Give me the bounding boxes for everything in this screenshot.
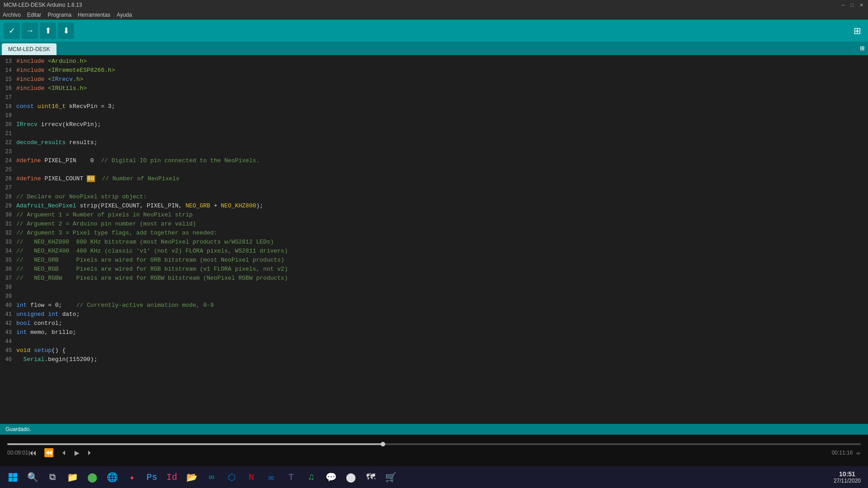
- menu-archivo[interactable]: Archivo: [3, 12, 21, 18]
- code-line-35: 35 // NEO_GRB Pixels are wired for GRB b…: [0, 256, 868, 265]
- code-line-45: 45 void setup() {: [0, 346, 868, 355]
- code-container[interactable]: 13 #include <Arduino.h> 14 #include <IRr…: [0, 55, 868, 424]
- code-line-19: 19: [0, 111, 868, 120]
- restore-button[interactable]: □: [849, 2, 855, 8]
- teams-button[interactable]: T: [282, 468, 300, 486]
- code-line-38: 38: [0, 283, 868, 292]
- pen-icon[interactable]: ✏: [856, 448, 861, 457]
- code-line-17: 17: [0, 93, 868, 102]
- code-line-32: 32 // Argument 3 = Pixel type flags, add…: [0, 229, 868, 238]
- tab-mcm-led-desk[interactable]: MCM-LED-DESK: [2, 43, 57, 55]
- upload-button[interactable]: →: [22, 23, 38, 39]
- video-step-back-button[interactable]: ⏴: [61, 449, 67, 456]
- tab-serial-icon[interactable]: ⊞: [860, 44, 864, 53]
- debug-button[interactable]: ⬆: [40, 23, 56, 39]
- chrome-button[interactable]: ⬤: [83, 468, 101, 486]
- code-line-37: 37 // NEO_RGBW Pixels are wired for RGBW…: [0, 274, 868, 283]
- status-text: Guardado.: [5, 426, 31, 432]
- close-button[interactable]: ✕: [858, 2, 864, 8]
- minimize-button[interactable]: ─: [840, 2, 846, 8]
- code-line-39: 39: [0, 292, 868, 301]
- time-current: 00:09:01: [7, 450, 28, 456]
- time-total: 00:11:16: [832, 450, 853, 456]
- code-line-33: 33 // NEO_KHZ800 800 KHz bitstream (most…: [0, 238, 868, 247]
- code-line-26: 26 #define PIXEL_COUNT 80 // Number of N…: [0, 174, 868, 183]
- svg-rect-1: [13, 473, 17, 477]
- menu-bar: Archivo Editar Programa Herramientas Ayu…: [0, 10, 868, 20]
- verify-button[interactable]: ✓: [4, 23, 20, 39]
- toolbar: ✓ → ⬆ ⬇ ⊞: [0, 20, 868, 42]
- code-editor: 13 #include <Arduino.h> 14 #include <IRr…: [0, 55, 868, 424]
- menu-programa[interactable]: Programa: [47, 12, 71, 18]
- arduino-button[interactable]: ∞: [203, 468, 221, 486]
- code-line-15: 15 #include <IRrecv.h>: [0, 75, 868, 84]
- store-button[interactable]: 🛒: [382, 468, 400, 486]
- code-line-27: 27: [0, 183, 868, 192]
- start-button[interactable]: [4, 468, 22, 486]
- code-line-13: 13 #include <Arduino.h>: [0, 57, 868, 66]
- code-line-41: 41 unsigned int dato;: [0, 310, 868, 319]
- menu-ayuda[interactable]: Ayuda: [117, 12, 132, 18]
- code-line-21: 21: [0, 129, 868, 138]
- video-bar: 00:09:01 ⏮ ⏪ ⏴ ▶ ⏵ 00:11:16 ✏: [0, 435, 868, 466]
- vscode-button[interactable]: ⬡: [222, 468, 241, 486]
- code-line-29: 29 Adafruit_NeoPixel strip(PIXEL_COUNT, …: [0, 202, 868, 211]
- code-line-22: 22 decode_results results;: [0, 138, 868, 147]
- netflix-button[interactable]: N: [242, 468, 260, 486]
- menu-herramientas[interactable]: Herramientas: [78, 12, 110, 18]
- code-line-18: 18 const uint16_t kRecvPin = 3;: [0, 102, 868, 111]
- clock-date: 27/11/2020: [834, 478, 861, 484]
- video-play-button[interactable]: ▶: [75, 448, 80, 458]
- code-line-44: 44: [0, 337, 868, 346]
- code-line-24: 24 #define PIXEL_PIN 0 // Digital IO pin…: [0, 156, 868, 165]
- code-line-25: 25: [0, 165, 868, 174]
- code-line-16: 16 #include <IRUtils.h>: [0, 84, 868, 93]
- whatsapp-button[interactable]: 💬: [322, 468, 340, 486]
- maps-button[interactable]: 🗺: [362, 468, 380, 486]
- video-step-forward-button[interactable]: ⏵: [87, 449, 93, 456]
- menu-editar[interactable]: Editar: [27, 12, 41, 18]
- code-line-34: 34 // NEO_KHZ400 400 KHz (classic 'v1' (…: [0, 247, 868, 256]
- code-line-42: 42 bool control;: [0, 319, 868, 328]
- clock-time: 10:51: [834, 470, 861, 478]
- search-button[interactable]: 🔍: [24, 468, 42, 486]
- photoshop-button[interactable]: Ps: [143, 468, 161, 486]
- progress-fill: [7, 443, 383, 445]
- taskbar-time-display: 10:51 27/11/2020: [834, 470, 864, 484]
- indesign-button[interactable]: Id: [163, 468, 181, 486]
- code-line-40: 40 int flow = 0; // Currently-active ani…: [0, 301, 868, 310]
- window-title: MCM-LED-DESK Arduino 1.8.13: [4, 2, 82, 8]
- code-line-23: 23: [0, 147, 868, 156]
- title-bar-controls: ─ □ ✕: [840, 2, 864, 8]
- files-button[interactable]: 📂: [183, 468, 201, 486]
- code-line-30: 30 // Argument 1 = Number of pixels in N…: [0, 211, 868, 220]
- code-line-43: 43 int memo, brillo;: [0, 328, 868, 337]
- code-line-31: 31 // Argument 2 = Arduino pin number (m…: [0, 220, 868, 229]
- video-rewind-button[interactable]: ⏪: [44, 448, 54, 458]
- svg-rect-2: [9, 478, 13, 482]
- progress-bar[interactable]: [7, 443, 861, 445]
- code-line-14: 14 #include <IRremoteESP8266.h>: [0, 66, 868, 75]
- status-bar: Guardado.: [0, 424, 868, 435]
- progress-thumb[interactable]: [381, 442, 385, 446]
- outlook-button[interactable]: ✉: [262, 468, 280, 486]
- code-line-20: 20 IRrecv irrecv(kRecvPin);: [0, 120, 868, 129]
- title-bar: MCM-LED-DESK Arduino 1.8.13 ─ □ ✕: [0, 0, 868, 10]
- taskbar: 🔍 ⧉ 📁 ⬤ 🌐 ✦ Ps Id 📂 ∞ ⬡ N ✉ T ♫ 💬 ⬤ 🗺 🛒 …: [0, 466, 868, 488]
- code-line-36: 36 // NEO_RGB Pixels are wired for RGB b…: [0, 265, 868, 274]
- code-line-28: 28 // Declare our NeoPixel strip object:: [0, 192, 868, 202]
- edge-button[interactable]: 🌐: [103, 468, 121, 486]
- svg-rect-3: [13, 478, 17, 482]
- file-explorer-button[interactable]: 📁: [63, 468, 81, 486]
- video-controls: ⏮ ⏪ ⏴ ▶ ⏵: [28, 448, 93, 458]
- app1-button[interactable]: ⬤: [342, 468, 360, 486]
- task-view-button[interactable]: ⧉: [43, 468, 61, 486]
- serial-monitor-button[interactable]: ⊞: [850, 23, 864, 38]
- video-back-button[interactable]: ⏮: [28, 448, 37, 458]
- spotify-button[interactable]: ♫: [302, 468, 320, 486]
- code-line-46: 46 Serial.begin(115200);: [0, 355, 868, 364]
- new-button[interactable]: ⬇: [58, 23, 74, 39]
- coreldraw-button[interactable]: ✦: [123, 468, 141, 486]
- svg-rect-0: [9, 473, 13, 477]
- tabs-bar: MCM-LED-DESK ⊞: [0, 42, 868, 55]
